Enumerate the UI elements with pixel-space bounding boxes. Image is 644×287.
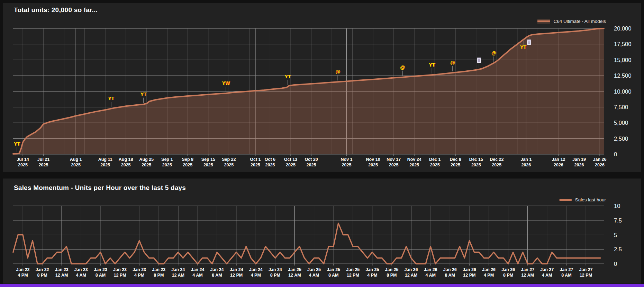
sales-momentum-title: Sales Momentum - Units per Hour over the…	[14, 184, 186, 192]
x-axis-tick-label: Jan 24	[230, 267, 243, 272]
x-axis-tick-label: 2025	[251, 163, 260, 167]
x-axis-tick-label: Jan 27	[521, 267, 534, 272]
x-axis-tick-label: 12 AM	[521, 273, 534, 278]
chart-annotation: YWYW	[222, 80, 231, 92]
total-units-title: Total units: 20,000 so far...	[14, 6, 98, 14]
x-axis-tick-label: 4 PM	[18, 273, 28, 278]
x-axis-tick-label: Nov 17	[387, 157, 401, 162]
x-axis-tick-label: 8 AM	[212, 273, 222, 278]
x-axis-tick-label: Jan 24	[269, 267, 282, 272]
x-axis-tick-label: 8 PM	[154, 273, 164, 278]
x-axis-tick-label: 2025	[492, 163, 501, 167]
x-axis-tick-label: 2025	[471, 163, 481, 167]
sales-dashboard: Total units: 20,000 so far... C64 Ultima…	[0, 0, 644, 287]
x-axis-tick-label: Aug 11	[98, 157, 112, 162]
x-axis-tick-label: Sep 22	[222, 157, 236, 162]
legend-total-units[interactable]: C64 Ultimate - All models	[537, 19, 606, 24]
x-axis-tick-label: Oct 6	[265, 157, 275, 162]
x-axis-tick-label: 2025	[203, 163, 213, 167]
chart-annotation: YTYT	[429, 62, 436, 73]
chart-annotation: @@	[400, 64, 405, 76]
x-axis-tick-label: 8 AM	[96, 273, 106, 278]
legend-total-units-label: C64 Ultimate - All models	[553, 19, 606, 24]
legend-sales-last-hour[interactable]: Sales last hour	[559, 197, 606, 202]
bottom-accent-strip	[0, 284, 644, 287]
x-axis-tick-label: 2025	[342, 163, 352, 167]
svg-text:@: @	[491, 50, 496, 56]
x-axis-tick-label: 8 PM	[387, 273, 397, 278]
x-axis-tick-label: Jan 27	[560, 267, 573, 272]
x-axis-tick-label: 2026	[554, 163, 563, 167]
total-units-chart-canvas[interactable]: 02,5005,0007,50010,00012,50015,00017,500…	[3, 3, 641, 172]
total-units-panel: Total units: 20,000 so far... C64 Ultima…	[3, 3, 641, 172]
y-axis-tick-label: 15,000	[614, 57, 631, 63]
x-axis-tick-label: 2025	[39, 163, 48, 167]
x-axis-tick-label: Jan 25	[346, 267, 360, 272]
x-axis-tick-label: Jan 22	[36, 267, 49, 272]
x-axis-tick-label: 2025	[18, 163, 28, 167]
x-axis-tick-label: 2025	[265, 163, 275, 167]
y-axis-tick-label: 0	[614, 261, 617, 267]
x-axis-tick-label: Jan 23	[74, 267, 88, 272]
x-axis-tick-label: 12 PM	[347, 273, 359, 278]
x-axis-tick-label: Sep 15	[201, 157, 215, 162]
x-axis-tick-label: Oct 1	[250, 157, 261, 162]
y-axis-tick-label: 2,500	[614, 136, 628, 142]
series-line-sales-last-hour	[13, 223, 600, 264]
x-axis-tick-label: 2025	[121, 163, 131, 167]
x-axis-tick-label: Jan 1	[520, 157, 532, 162]
x-axis-tick-label: Sep 8	[182, 157, 193, 162]
x-axis-tick-label: 12 PM	[114, 273, 126, 278]
x-axis-tick-label: Jan 24	[171, 267, 185, 272]
svg-text:@: @	[400, 64, 405, 70]
x-axis-tick-label: Dec 15	[469, 157, 483, 162]
x-axis-tick-label: 4 AM	[425, 273, 435, 278]
x-axis-tick-label: 2025	[307, 163, 316, 167]
x-axis-tick-label: Jan 25	[365, 267, 379, 272]
x-axis-tick-label: Jan 26	[463, 267, 476, 272]
y-axis-tick-label: 10	[614, 203, 620, 209]
x-axis-tick-label: Jan 22	[16, 267, 30, 272]
x-axis-tick-label: Jan 27	[540, 267, 554, 272]
x-axis-tick-label: Jul 21	[37, 157, 49, 162]
x-axis-tick-label: Oct 20	[305, 157, 318, 162]
x-axis-tick-label: Jan 25	[327, 267, 340, 272]
x-axis-tick-label: 2026	[595, 163, 605, 167]
y-axis-tick-label: 12,500	[614, 72, 631, 79]
x-axis-tick-label: Jan 25	[307, 267, 321, 272]
sales-momentum-chart-canvas[interactable]: 02.557.510Jan 224 PMJan 228 PMJan 2312 A…	[3, 179, 641, 284]
legend-area-swatch	[537, 19, 550, 24]
x-axis-tick-label: 2025	[286, 163, 296, 167]
svg-text:YT: YT	[285, 74, 291, 79]
x-axis-tick-label: 12 AM	[172, 273, 184, 278]
x-axis-tick-label: 2025	[100, 163, 110, 167]
x-axis-tick-label: 2025	[162, 163, 172, 167]
svg-text:@: @	[335, 69, 340, 75]
sales-momentum-panel: Sales Momentum - Units per Hour over the…	[3, 179, 641, 284]
x-axis-tick-label: Jan 12	[552, 157, 565, 162]
x-axis-tick-label: Nov 24	[407, 157, 421, 162]
x-axis-tick-label: 4 PM	[251, 273, 261, 278]
y-axis-tick-label: 5,000	[614, 120, 628, 126]
y-axis-tick-label: 10,000	[614, 88, 631, 95]
x-axis-tick-label: Jan 24	[249, 267, 263, 272]
x-axis-tick-label: Jan 24	[210, 267, 224, 272]
chart-annotation: YTYT	[108, 96, 115, 107]
x-axis-tick-label: Jan 27	[579, 267, 593, 272]
svg-text:YT: YT	[140, 92, 147, 97]
x-axis-tick-label: 2025	[430, 163, 440, 167]
x-axis-tick-label: Jan 26	[501, 267, 515, 272]
x-axis-tick-label: Sep 1	[161, 157, 173, 162]
legend-line-swatch	[559, 199, 572, 201]
x-axis-tick-label: 2025	[389, 163, 399, 167]
x-axis-tick-label: Jan 26	[482, 267, 496, 272]
x-axis-tick-label: Jan 23	[152, 267, 165, 272]
x-axis-tick-label: Jan 23	[113, 267, 127, 272]
x-axis-tick-label: Jan 26	[593, 157, 607, 162]
x-axis-tick-label: 2026	[574, 163, 584, 167]
x-axis-tick-label: Jan 25	[385, 267, 399, 272]
x-axis-tick-label: 12 AM	[288, 273, 301, 278]
legend-sales-last-hour-label: Sales last hour	[575, 197, 606, 202]
x-axis-tick-label: Jan 23	[94, 267, 107, 272]
x-axis-tick-label: Jan 26	[424, 267, 437, 272]
